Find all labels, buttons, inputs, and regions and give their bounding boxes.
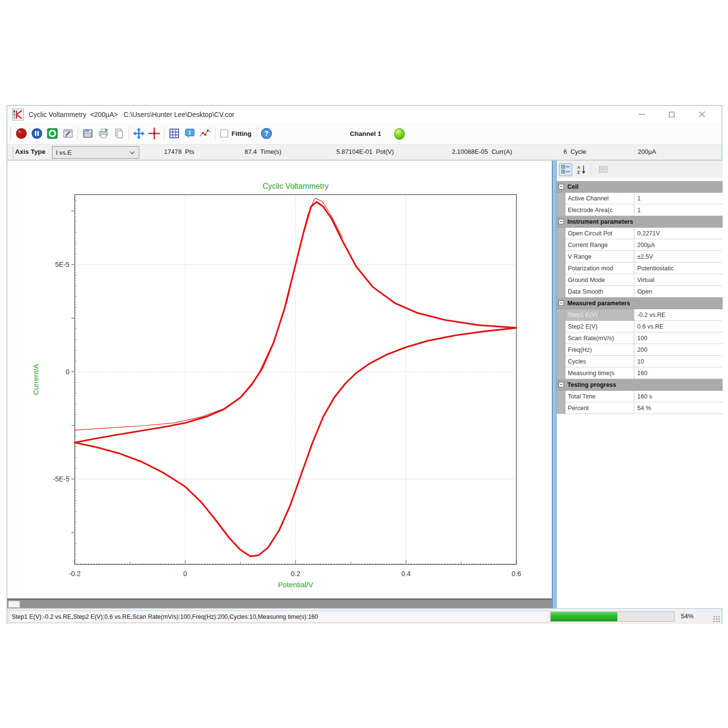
property-group-header[interactable]: Measured parameters xyxy=(557,298,723,309)
property-label[interactable]: Freq(Hz) xyxy=(565,344,634,356)
y-axis-label: Current/A xyxy=(32,364,40,395)
property-value[interactable]: 200 xyxy=(634,344,723,356)
property-row[interactable]: Step1 E(V)-0.2 vs.RE xyxy=(557,309,723,321)
categorized-view-button[interactable] xyxy=(559,163,572,176)
chart-frame xyxy=(75,195,516,564)
resize-grip-icon[interactable] xyxy=(713,616,720,623)
property-value[interactable]: 160 xyxy=(634,367,723,379)
cv-chart[interactable]: -0.200.20.40.65E-50-5E-5Cyclic Voltammet… xyxy=(7,161,552,598)
property-value[interactable]: 1 xyxy=(634,193,723,204)
property-label[interactable]: Step2 E(V) xyxy=(565,321,634,332)
property-row[interactable]: Ground ModeVirtual xyxy=(557,274,723,286)
property-row[interactable]: Cycles10 xyxy=(557,356,723,367)
property-row-margin xyxy=(557,332,565,344)
info-comment-button[interactable] xyxy=(182,126,198,141)
property-row[interactable]: Current Range200µA xyxy=(557,239,723,251)
toolbar-grip[interactable] xyxy=(10,127,12,140)
property-row-margin xyxy=(557,356,565,367)
property-pages-button[interactable] xyxy=(596,163,610,176)
property-value[interactable]: Potentiostatic xyxy=(634,263,723,274)
print-button[interactable] xyxy=(96,126,111,141)
property-row[interactable]: Data SmoothOpen xyxy=(557,286,723,298)
pan-move-button[interactable] xyxy=(131,126,147,141)
axis-type-select[interactable]: I vs.E xyxy=(52,146,139,159)
grid-toggle-button[interactable] xyxy=(166,126,182,141)
run-button[interactable] xyxy=(45,126,60,141)
property-row[interactable]: Active Channel1 xyxy=(557,193,723,204)
copy-button[interactable] xyxy=(111,126,127,141)
property-row[interactable]: Polarization modPotentiostatic xyxy=(557,263,723,274)
property-label[interactable]: Data Smooth xyxy=(565,286,634,298)
property-row-margin xyxy=(557,391,565,402)
property-row[interactable]: Scan Rate(mV/s)100 xyxy=(557,332,723,344)
property-value[interactable]: 54 % xyxy=(634,402,723,414)
collapse-icon[interactable] xyxy=(559,300,564,306)
property-label[interactable]: Scan Rate(mV/s) xyxy=(565,332,634,344)
horizontal-scrollbar[interactable] xyxy=(7,598,552,608)
progress-fill xyxy=(551,612,617,621)
property-label[interactable]: Cycles xyxy=(565,356,634,367)
curve-points-button[interactable] xyxy=(198,126,213,141)
property-row[interactable]: Open Circuit Pot0.2271V xyxy=(557,228,723,239)
collapse-icon[interactable] xyxy=(559,184,564,189)
property-value[interactable]: Virtual xyxy=(634,274,723,286)
horizontal-scrollbar-thumb[interactable] xyxy=(8,601,20,608)
crosshair-icon xyxy=(148,127,161,140)
property-label[interactable]: Active Channel xyxy=(565,193,634,204)
property-row[interactable]: Measuring time(s160 xyxy=(557,367,723,379)
property-row[interactable]: V Range±2.5V xyxy=(557,251,723,263)
property-value[interactable]: 160 s xyxy=(634,391,723,402)
stop-button[interactable] xyxy=(14,126,29,141)
property-row[interactable]: Percent54 % xyxy=(557,402,723,414)
property-row-margin xyxy=(557,309,565,321)
crosshair-button[interactable] xyxy=(147,126,162,141)
property-label[interactable]: Step1 E(V) xyxy=(565,309,634,321)
property-row[interactable]: Total Time160 s xyxy=(557,391,723,402)
property-row[interactable]: Step2 E(V)0.6 vs.RE xyxy=(557,321,723,332)
property-group-label: Cell xyxy=(567,183,579,190)
property-value[interactable]: 200µA xyxy=(634,239,723,251)
property-value[interactable]: -0.2 vs.RE xyxy=(634,309,723,321)
property-label[interactable]: Total Time xyxy=(565,391,634,402)
property-label[interactable]: Electrode Area(c xyxy=(565,204,634,216)
property-row[interactable]: Freq(Hz)200 xyxy=(557,344,723,356)
property-label[interactable]: Ground Mode xyxy=(565,274,634,286)
property-label[interactable]: Measuring time(s xyxy=(565,367,634,379)
property-label[interactable]: Open Circuit Pot xyxy=(565,228,634,239)
main-area: -0.200.20.40.65E-50-5E-5Cyclic Voltammet… xyxy=(7,161,722,608)
property-row-margin xyxy=(557,344,565,356)
property-label[interactable]: Current Range xyxy=(565,239,634,251)
x-tick-label: 0 xyxy=(183,570,187,578)
property-value[interactable]: 10 xyxy=(634,356,723,367)
close-button[interactable] xyxy=(687,106,717,123)
property-value[interactable]: Open xyxy=(634,286,723,298)
help-button[interactable]: ? xyxy=(259,126,274,141)
minimize-button[interactable] xyxy=(627,106,657,123)
fitting-checkbox[interactable] xyxy=(220,130,228,137)
axisrow-grip[interactable] xyxy=(12,147,15,159)
maximize-button[interactable] xyxy=(657,106,687,123)
y-tick-label: -5E-5 xyxy=(53,475,69,483)
cell-save-button[interactable] xyxy=(80,126,96,141)
property-value[interactable]: 0.6 vs.RE xyxy=(634,321,723,332)
alphabetical-sort-button[interactable]: A Z xyxy=(575,163,588,176)
pause-button[interactable] xyxy=(29,126,45,141)
property-label[interactable]: Polarization mod xyxy=(565,263,634,274)
property-row[interactable]: Electrode Area(c1 xyxy=(557,204,723,216)
collapse-icon[interactable] xyxy=(559,219,564,224)
property-group-header[interactable]: Testing progress xyxy=(557,379,723,391)
status-field: 6 Cycle xyxy=(563,148,586,155)
property-group-header[interactable]: Cell xyxy=(557,181,723,193)
property-value[interactable]: ±2.5V xyxy=(634,251,723,263)
property-row-margin xyxy=(557,321,565,332)
property-value[interactable]: 1 xyxy=(634,204,723,216)
panel-splitter[interactable] xyxy=(552,161,557,608)
property-value[interactable]: 100 xyxy=(634,332,723,344)
property-group-header[interactable]: Instrument parameters xyxy=(557,216,723,228)
property-label[interactable]: Percent xyxy=(565,402,634,414)
collapse-icon[interactable] xyxy=(559,382,564,387)
property-value[interactable]: 0.2271V xyxy=(634,228,723,239)
edit-settings-button[interactable] xyxy=(60,126,76,141)
status-summary-text: Step1 E(V):-0.2 vs.RE,Step2 E(V):0.6 vs.… xyxy=(12,613,318,620)
property-label[interactable]: V Range xyxy=(565,251,634,263)
